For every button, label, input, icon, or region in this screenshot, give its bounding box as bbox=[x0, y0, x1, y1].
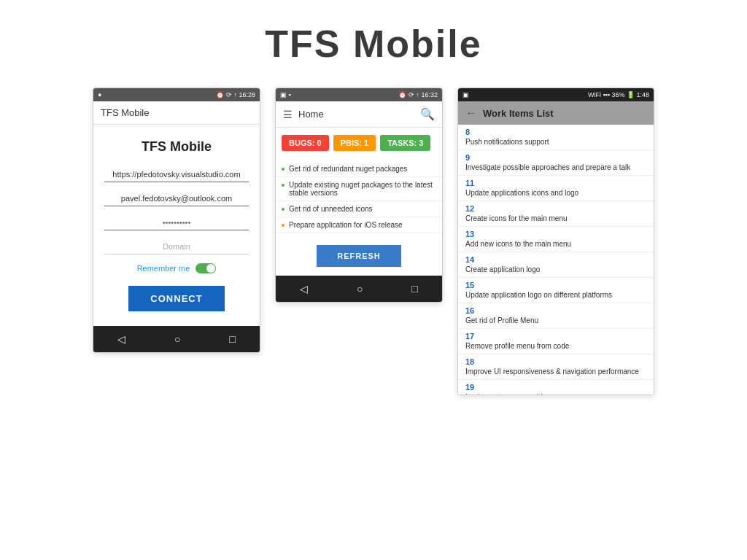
square-nav-icon-2[interactable]: □ bbox=[411, 283, 417, 295]
work-item-15: 15 Update application logo on different … bbox=[458, 278, 654, 303]
url-input[interactable] bbox=[104, 167, 249, 182]
screens-container: ● ⏰ ⟳ ↑ 16:28 TFS Mobile TFS Mobile Doma… bbox=[0, 88, 747, 395]
item-desc-11: Update applications icons and logo bbox=[458, 188, 654, 201]
item-number-18: 18 bbox=[458, 354, 654, 367]
item-number-8: 8 bbox=[458, 125, 654, 137]
item-desc-14: Create application logo bbox=[458, 265, 654, 277]
status-left-2: ▣ ▪ bbox=[280, 91, 291, 98]
item-desc-12: Create icons for the main menu bbox=[458, 214, 654, 226]
connect-button[interactable]: CONNECT bbox=[128, 286, 224, 311]
item-desc-18: Improve UI responsiveness & navigation p… bbox=[458, 367, 654, 379]
work-app-bar: ← Work Items List bbox=[458, 101, 654, 125]
back-nav-icon-1[interactable]: ◁ bbox=[117, 333, 125, 345]
home-nav-icon-1[interactable]: ○ bbox=[174, 333, 180, 345]
status-bar-3: ▣ WiFi ▪▪▪ 36% 🔋 1:48 bbox=[458, 88, 654, 101]
pbis-tag[interactable]: PBIS: 1 bbox=[333, 135, 376, 151]
task-dot-0 bbox=[282, 168, 285, 171]
app-bar-2: ☰ Home 🔍 bbox=[276, 101, 442, 128]
task-item-1: Update existing nuget packages to the la… bbox=[276, 177, 442, 201]
password-input[interactable] bbox=[104, 215, 249, 230]
item-desc-8: Push notifications support bbox=[458, 137, 654, 149]
work-item-17: 17 Remove profile menu from code bbox=[458, 329, 654, 354]
back-nav-icon-2[interactable]: ◁ bbox=[300, 283, 308, 295]
item-desc-9: Investigate possible approaches and prep… bbox=[458, 163, 654, 175]
login-title: TFS Mobile bbox=[142, 139, 212, 155]
remember-label: Remember me bbox=[137, 264, 190, 273]
task-text-1: Update existing nuget packages to the la… bbox=[289, 181, 436, 197]
work-item-13: 13 Add new icons to the main menu bbox=[458, 227, 654, 252]
nav-bar-1: ◁ ○ □ bbox=[93, 326, 260, 352]
item-desc-15: Update application logo on different pla… bbox=[458, 290, 654, 303]
status-left-3: ▣ bbox=[462, 91, 469, 98]
work-item-18: 18 Improve UI responsiveness & navigatio… bbox=[458, 354, 654, 380]
item-number-13: 13 bbox=[458, 227, 654, 239]
item-desc-13: Add new icons to the main menu bbox=[458, 239, 654, 252]
tasks-tag[interactable]: TASKS: 3 bbox=[380, 135, 430, 151]
refresh-button[interactable]: REFRESH bbox=[317, 245, 401, 267]
bugs-tag[interactable]: BUGS: 0 bbox=[282, 135, 329, 151]
remember-toggle[interactable] bbox=[196, 263, 216, 273]
task-text-3: Prepare application for iOS release bbox=[289, 221, 403, 229]
domain-input[interactable]: Domain bbox=[104, 239, 249, 254]
status-right-3: WiFi ▪▪▪ 36% 🔋 1:48 bbox=[588, 91, 649, 98]
status-left-1: ● bbox=[98, 91, 101, 98]
work-items-title: Work Items List bbox=[483, 108, 554, 119]
email-input[interactable] bbox=[104, 191, 249, 206]
item-desc-19: Implement screen caching bbox=[458, 392, 654, 394]
hamburger-icon[interactable]: ☰ bbox=[283, 109, 293, 120]
work-item-14: 14 Create application logo bbox=[458, 252, 654, 278]
remember-row: Remember me bbox=[104, 263, 249, 273]
work-item-12: 12 Create icons for the main menu bbox=[458, 201, 654, 227]
item-number-15: 15 bbox=[458, 278, 654, 290]
task-dot-2 bbox=[282, 208, 285, 211]
work-item-16: 16 Get rid of Profile Menu bbox=[458, 303, 654, 329]
login-body: TFS Mobile Domain Remember me CONNECT bbox=[93, 125, 260, 326]
app-bar-1: TFS Mobile bbox=[93, 101, 260, 125]
item-desc-17: Remove profile menu from code bbox=[458, 341, 654, 354]
task-list: Get rid of redundant nuget packages Upda… bbox=[276, 158, 442, 236]
item-number-16: 16 bbox=[458, 303, 654, 316]
task-item-3: Prepare application for iOS release bbox=[276, 217, 442, 233]
home-nav-icon-2[interactable]: ○ bbox=[357, 283, 363, 295]
screen1-login: ● ⏰ ⟳ ↑ 16:28 TFS Mobile TFS Mobile Doma… bbox=[93, 88, 260, 353]
back-button[interactable]: ← bbox=[465, 106, 477, 120]
status-right-1: ⏰ ⟳ ↑ 16:28 bbox=[216, 91, 255, 98]
tag-row: BUGS: 0 PBIS: 1 TASKS: 3 bbox=[276, 128, 442, 158]
item-desc-16: Get rid of Profile Menu bbox=[458, 316, 654, 328]
task-item-2: Get rid of unneeded icons bbox=[276, 201, 442, 217]
work-item-19: 19 Implement screen caching bbox=[458, 380, 654, 394]
screen3-workitems: ▣ WiFi ▪▪▪ 36% 🔋 1:48 ← Work Items List … bbox=[457, 88, 654, 395]
refresh-area: REFRESH bbox=[276, 236, 442, 276]
search-icon[interactable]: 🔍 bbox=[420, 107, 435, 121]
work-items-body: 8 Push notifications support 9 Investiga… bbox=[458, 125, 654, 394]
screen2-home: ▣ ▪ ⏰ ⟳ ↑ 16:32 ☰ Home 🔍 BUGS: 0 PBIS: 1… bbox=[275, 88, 443, 303]
item-number-9: 9 bbox=[458, 150, 654, 163]
app-bar-title-1: TFS Mobile bbox=[101, 107, 149, 118]
task-text-2: Get rid of unneeded icons bbox=[289, 205, 373, 213]
item-number-19: 19 bbox=[458, 380, 654, 392]
status-right-2: ⏰ ⟳ ↑ 16:32 bbox=[398, 91, 438, 98]
square-nav-icon-1[interactable]: □ bbox=[229, 333, 235, 345]
item-number-17: 17 bbox=[458, 329, 654, 341]
task-item-0: Get rid of redundant nuget packages bbox=[276, 161, 442, 177]
home-title: Home bbox=[298, 109, 324, 120]
task-dot-1 bbox=[282, 184, 285, 187]
work-item-9: 9 Investigate possible approaches and pr… bbox=[458, 150, 654, 176]
page-title: TFS Mobile bbox=[265, 22, 481, 66]
status-bar-1: ● ⏰ ⟳ ↑ 16:28 bbox=[93, 88, 260, 101]
task-dot-3 bbox=[282, 224, 285, 227]
item-number-11: 11 bbox=[458, 176, 654, 188]
task-text-0: Get rid of redundant nuget packages bbox=[289, 165, 407, 173]
status-bar-2: ▣ ▪ ⏰ ⟳ ↑ 16:32 bbox=[276, 88, 442, 101]
nav-bar-2: ◁ ○ □ bbox=[276, 276, 442, 302]
item-number-14: 14 bbox=[458, 252, 654, 265]
work-item-8: 8 Push notifications support bbox=[458, 125, 654, 150]
item-number-12: 12 bbox=[458, 201, 654, 214]
app-bar2-left: ☰ Home bbox=[283, 109, 324, 120]
work-item-11: 11 Update applications icons and logo bbox=[458, 176, 654, 201]
